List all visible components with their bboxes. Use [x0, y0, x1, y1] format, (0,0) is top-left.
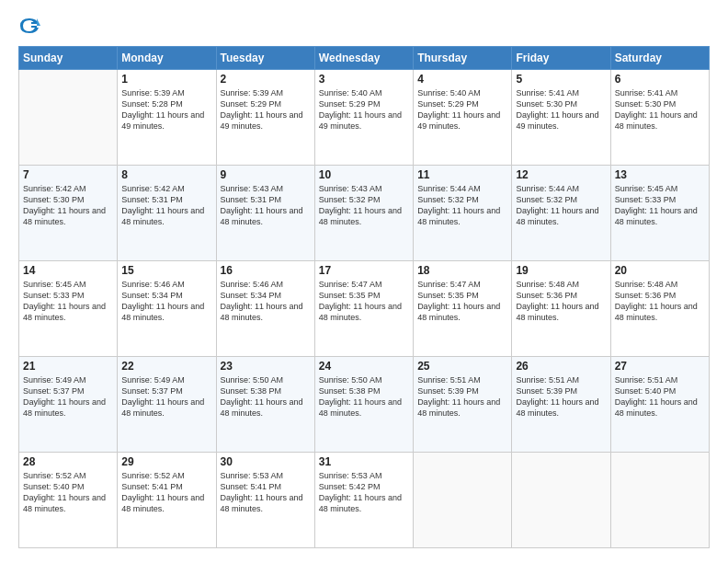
calendar-cell — [512, 453, 610, 548]
calendar-cell: 13Sunrise: 5:45 AMSunset: 5:33 PMDayligh… — [610, 166, 709, 261]
cell-info: Sunrise: 5:47 AMSunset: 5:35 PMDaylight:… — [319, 279, 409, 324]
day-number: 19 — [516, 264, 606, 277]
calendar-cell: 20Sunrise: 5:48 AMSunset: 5:36 PMDayligh… — [610, 261, 709, 357]
day-number: 17 — [319, 264, 409, 277]
calendar-cell: 19Sunrise: 5:48 AMSunset: 5:36 PMDayligh… — [512, 261, 610, 357]
day-number: 31 — [319, 455, 409, 468]
cell-info: Sunrise: 5:39 AMSunset: 5:29 PMDaylight:… — [221, 87, 311, 132]
calendar-cell: 22Sunrise: 5:49 AMSunset: 5:37 PMDayligh… — [118, 357, 216, 453]
day-number: 23 — [221, 360, 311, 373]
calendar-cell: 18Sunrise: 5:47 AMSunset: 5:35 PMDayligh… — [414, 261, 512, 357]
calendar-cell: 12Sunrise: 5:44 AMSunset: 5:32 PMDayligh… — [512, 166, 610, 261]
cell-info: Sunrise: 5:42 AMSunset: 5:30 PMDaylight:… — [23, 183, 113, 228]
day-number: 22 — [121, 360, 211, 373]
column-header-monday: Monday — [118, 47, 216, 70]
day-number: 15 — [121, 264, 211, 277]
calendar-cell: 6Sunrise: 5:41 AMSunset: 5:30 PMDaylight… — [610, 70, 709, 166]
calendar-cell: 9Sunrise: 5:43 AMSunset: 5:31 PMDaylight… — [216, 166, 314, 261]
logo-icon — [18, 15, 40, 37]
cell-info: Sunrise: 5:48 AMSunset: 5:36 PMDaylight:… — [516, 279, 606, 324]
calendar-cell: 16Sunrise: 5:46 AMSunset: 5:34 PMDayligh… — [216, 261, 314, 357]
calendar-cell: 8Sunrise: 5:42 AMSunset: 5:31 PMDaylight… — [118, 166, 216, 261]
day-number: 14 — [23, 264, 113, 277]
cell-info: Sunrise: 5:42 AMSunset: 5:31 PMDaylight:… — [121, 183, 211, 228]
calendar-cell: 2Sunrise: 5:39 AMSunset: 5:29 PMDaylight… — [216, 70, 314, 166]
cell-info: Sunrise: 5:40 AMSunset: 5:29 PMDaylight:… — [319, 87, 409, 132]
calendar-cell: 15Sunrise: 5:46 AMSunset: 5:34 PMDayligh… — [118, 261, 216, 357]
calendar-cell: 31Sunrise: 5:53 AMSunset: 5:42 PMDayligh… — [314, 453, 413, 548]
calendar-cell: 5Sunrise: 5:41 AMSunset: 5:30 PMDaylight… — [512, 70, 610, 166]
cell-info: Sunrise: 5:43 AMSunset: 5:31 PMDaylight:… — [221, 183, 311, 228]
day-number: 13 — [615, 168, 705, 181]
calendar-cell: 26Sunrise: 5:51 AMSunset: 5:39 PMDayligh… — [512, 357, 610, 453]
calendar-cell: 3Sunrise: 5:40 AMSunset: 5:29 PMDaylight… — [314, 70, 413, 166]
calendar-cell: 23Sunrise: 5:50 AMSunset: 5:38 PMDayligh… — [216, 357, 314, 453]
calendar-cell: 21Sunrise: 5:49 AMSunset: 5:37 PMDayligh… — [19, 357, 118, 453]
cell-info: Sunrise: 5:48 AMSunset: 5:36 PMDaylight:… — [615, 279, 705, 324]
calendar-cell — [414, 453, 512, 548]
day-number: 6 — [615, 73, 705, 86]
day-number: 9 — [221, 168, 311, 181]
cell-info: Sunrise: 5:43 AMSunset: 5:32 PMDaylight:… — [319, 183, 409, 228]
day-number: 11 — [417, 168, 507, 181]
day-number: 10 — [319, 168, 409, 181]
calendar-cell: 4Sunrise: 5:40 AMSunset: 5:29 PMDaylight… — [414, 70, 512, 166]
cell-info: Sunrise: 5:49 AMSunset: 5:37 PMDaylight:… — [23, 374, 113, 419]
cell-info: Sunrise: 5:45 AMSunset: 5:33 PMDaylight:… — [615, 183, 705, 228]
cell-info: Sunrise: 5:47 AMSunset: 5:35 PMDaylight:… — [417, 279, 507, 324]
day-number: 7 — [23, 168, 113, 181]
page: SundayMondayTuesdayWednesdayThursdayFrid… — [0, 0, 728, 563]
day-number: 24 — [319, 360, 409, 373]
cell-info: Sunrise: 5:50 AMSunset: 5:38 PMDaylight:… — [319, 374, 409, 419]
day-number: 2 — [221, 73, 311, 86]
column-header-thursday: Thursday — [414, 47, 512, 70]
svg-marker-0 — [37, 18, 40, 26]
cell-info: Sunrise: 5:46 AMSunset: 5:34 PMDaylight:… — [221, 279, 311, 324]
cell-info: Sunrise: 5:52 AMSunset: 5:40 PMDaylight:… — [23, 470, 113, 515]
column-header-friday: Friday — [512, 47, 610, 70]
header — [18, 15, 710, 37]
calendar-table: SundayMondayTuesdayWednesdayThursdayFrid… — [18, 46, 710, 548]
cell-info: Sunrise: 5:51 AMSunset: 5:39 PMDaylight:… — [417, 374, 507, 419]
cell-info: Sunrise: 5:52 AMSunset: 5:41 PMDaylight:… — [121, 470, 211, 515]
calendar-cell: 25Sunrise: 5:51 AMSunset: 5:39 PMDayligh… — [414, 357, 512, 453]
day-number: 21 — [23, 360, 113, 373]
cell-info: Sunrise: 5:53 AMSunset: 5:41 PMDaylight:… — [221, 470, 311, 515]
day-number: 8 — [121, 168, 211, 181]
day-number: 4 — [417, 73, 507, 86]
calendar-cell — [610, 453, 709, 548]
cell-info: Sunrise: 5:40 AMSunset: 5:29 PMDaylight:… — [417, 87, 507, 132]
calendar-cell: 28Sunrise: 5:52 AMSunset: 5:40 PMDayligh… — [19, 453, 118, 548]
cell-info: Sunrise: 5:44 AMSunset: 5:32 PMDaylight:… — [417, 183, 507, 228]
cell-info: Sunrise: 5:41 AMSunset: 5:30 PMDaylight:… — [516, 87, 606, 132]
day-number: 16 — [221, 264, 311, 277]
calendar-cell: 10Sunrise: 5:43 AMSunset: 5:32 PMDayligh… — [314, 166, 413, 261]
cell-info: Sunrise: 5:51 AMSunset: 5:39 PMDaylight:… — [516, 374, 606, 419]
calendar-week-row: 21Sunrise: 5:49 AMSunset: 5:37 PMDayligh… — [19, 357, 710, 453]
cell-info: Sunrise: 5:44 AMSunset: 5:32 PMDaylight:… — [516, 183, 606, 228]
cell-info: Sunrise: 5:50 AMSunset: 5:38 PMDaylight:… — [221, 374, 311, 419]
column-header-tuesday: Tuesday — [216, 47, 314, 70]
calendar-cell: 17Sunrise: 5:47 AMSunset: 5:35 PMDayligh… — [314, 261, 413, 357]
column-header-saturday: Saturday — [610, 47, 709, 70]
day-number: 28 — [23, 455, 113, 468]
calendar-cell: 30Sunrise: 5:53 AMSunset: 5:41 PMDayligh… — [216, 453, 314, 548]
day-number: 27 — [615, 360, 705, 373]
logo — [18, 15, 44, 37]
day-number: 5 — [516, 73, 606, 86]
column-header-wednesday: Wednesday — [314, 47, 413, 70]
day-number: 1 — [121, 73, 211, 86]
cell-info: Sunrise: 5:49 AMSunset: 5:37 PMDaylight:… — [121, 374, 211, 419]
calendar-week-row: 28Sunrise: 5:52 AMSunset: 5:40 PMDayligh… — [19, 453, 710, 548]
day-number: 18 — [417, 264, 507, 277]
cell-info: Sunrise: 5:41 AMSunset: 5:30 PMDaylight:… — [615, 87, 705, 132]
calendar-week-row: 14Sunrise: 5:45 AMSunset: 5:33 PMDayligh… — [19, 261, 710, 357]
day-number: 26 — [516, 360, 606, 373]
day-number: 29 — [121, 455, 211, 468]
day-number: 3 — [319, 73, 409, 86]
calendar-cell: 1Sunrise: 5:39 AMSunset: 5:28 PMDaylight… — [118, 70, 216, 166]
calendar-cell — [19, 70, 118, 166]
cell-info: Sunrise: 5:53 AMSunset: 5:42 PMDaylight:… — [319, 470, 409, 515]
day-number: 30 — [221, 455, 311, 468]
cell-info: Sunrise: 5:46 AMSunset: 5:34 PMDaylight:… — [121, 279, 211, 324]
